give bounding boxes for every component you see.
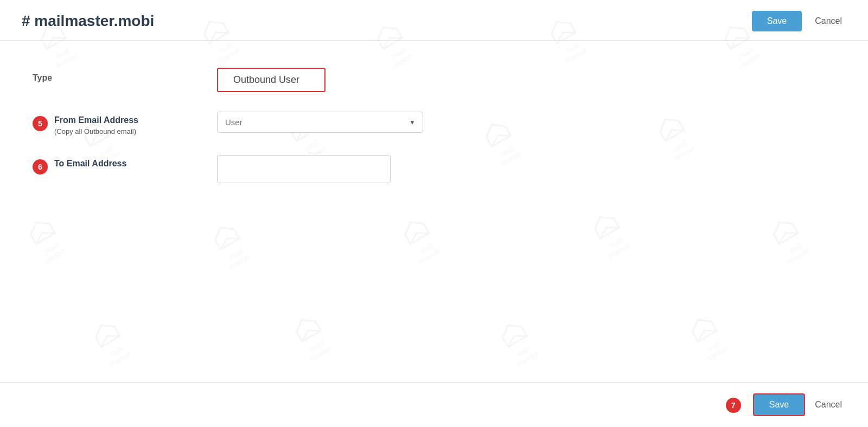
- type-control-section: Outbound User: [217, 68, 835, 92]
- cancel-button-footer[interactable]: Cancel: [810, 394, 846, 415]
- to-email-control: [217, 155, 835, 183]
- save-button-footer[interactable]: Save: [753, 393, 805, 416]
- from-email-control: User ▼: [217, 112, 835, 133]
- form-content: Type Outbound User 5 From Email Address …: [0, 57, 868, 382]
- step-5-badge: 5: [33, 116, 48, 131]
- footer: 7 Save Cancel: [0, 382, 868, 427]
- from-email-label: From Email Address: [54, 115, 138, 126]
- from-email-select-wrapper: User ▼: [217, 112, 423, 133]
- type-row: Type Outbound User: [33, 68, 835, 92]
- page-wrapper: # mailmaster.mobi Save Cancel Type Outbo…: [0, 0, 868, 427]
- step-6-badge: 6: [33, 159, 48, 174]
- header-actions: Save Cancel: [752, 11, 846, 31]
- to-email-row: 6 To Email Address: [33, 155, 835, 183]
- footer-actions-wrapper: 7 Save Cancel: [726, 393, 846, 416]
- from-email-label-section: 5 From Email Address (Copy all Outbound …: [33, 112, 217, 135]
- to-email-label: To Email Address: [54, 158, 126, 170]
- page-title: # mailmaster.mobi: [22, 12, 154, 30]
- type-value: Outbound User: [217, 68, 326, 92]
- from-email-sublabel: (Copy all Outbound email): [54, 127, 138, 135]
- from-email-select[interactable]: User: [217, 112, 423, 133]
- step-7-badge: 7: [726, 398, 741, 413]
- header-divider: [0, 40, 868, 41]
- from-email-row: 5 From Email Address (Copy all Outbound …: [33, 112, 835, 135]
- save-button-top[interactable]: Save: [752, 11, 802, 31]
- header: # mailmaster.mobi Save Cancel: [0, 0, 868, 40]
- to-email-input[interactable]: [217, 155, 391, 183]
- from-email-label-group: From Email Address (Copy all Outbound em…: [54, 115, 138, 135]
- type-label: Type: [33, 68, 217, 83]
- to-email-label-section: 6 To Email Address: [33, 155, 217, 174]
- cancel-button-top[interactable]: Cancel: [810, 11, 846, 31]
